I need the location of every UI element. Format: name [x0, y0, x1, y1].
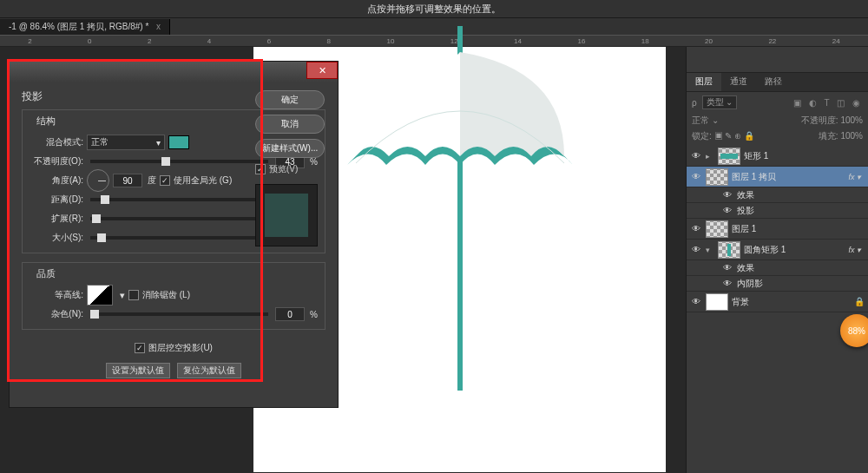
layer-effect-row[interactable]: 👁 投影: [687, 203, 868, 219]
close-icon[interactable]: x: [156, 22, 161, 31]
visibility-icon[interactable]: 👁: [690, 224, 702, 233]
layer-effect-row[interactable]: 👁 效果: [687, 187, 868, 203]
angle-dial[interactable]: [87, 169, 109, 192]
shadow-color-swatch[interactable]: [168, 135, 189, 149]
distance-label: 距离(D):: [30, 194, 83, 206]
layer-row[interactable]: 👁 ▾ 圆角矩形 1 fx ▾: [687, 240, 868, 260]
blend-mode-label: 混合模式:: [30, 136, 83, 148]
visibility-icon[interactable]: 👁: [690, 172, 702, 181]
dialog-close-button[interactable]: ✕: [306, 62, 338, 79]
tab-channels[interactable]: 通道: [721, 73, 756, 91]
opacity-label: 不透明度(O):: [30, 155, 83, 168]
layer-thumb[interactable]: [706, 168, 728, 186]
blend-mode-panel-select[interactable]: 正常 ⌄: [692, 115, 753, 127]
visibility-icon[interactable]: 👁: [721, 263, 733, 273]
visibility-icon[interactable]: 👁: [721, 206, 733, 215]
antialias-checkbox[interactable]: [128, 290, 139, 300]
contour-picker[interactable]: [87, 285, 113, 305]
distance-slider[interactable]: [90, 198, 259, 201]
angle-label: 角度(A):: [30, 174, 83, 187]
quality-group: 品质 等高线: ▾ 消除锯齿 (L) 杂色(N): %: [22, 262, 326, 330]
hint-bar: 点按并拖移可调整效果的位置。: [0, 0, 868, 17]
make-default-button[interactable]: 设置为默认值: [106, 363, 170, 378]
tab-layers[interactable]: 图层: [687, 73, 721, 91]
size-label: 大小(S):: [30, 232, 83, 244]
dialog-titlebar[interactable]: ✕: [10, 62, 338, 82]
cancel-button[interactable]: 取消: [255, 115, 325, 134]
fx-badge[interactable]: fx ▾: [848, 173, 861, 181]
layer-thumb[interactable]: [718, 148, 740, 165]
fx-badge[interactable]: fx ▾: [848, 246, 861, 254]
layer-thumb[interactable]: [718, 241, 740, 259]
reset-default-button[interactable]: 复位为默认值: [177, 363, 241, 378]
layer-effect-row[interactable]: 👁 效果: [687, 260, 868, 276]
layer-effect-row[interactable]: 👁 内阴影: [687, 276, 868, 292]
visibility-icon[interactable]: 👁: [690, 151, 702, 161]
size-slider[interactable]: [90, 236, 259, 240]
layer-thumb[interactable]: [706, 293, 728, 311]
angle-input[interactable]: [113, 174, 142, 187]
knockout-checkbox[interactable]: ✓: [135, 343, 145, 353]
layer-row[interactable]: 👁 图层 1 拷贝 fx ▾: [687, 167, 868, 187]
layer-row[interactable]: 👁 图层 1: [687, 219, 868, 240]
spread-label: 扩展(R):: [30, 213, 83, 225]
new-style-button[interactable]: 新建样式(W)...: [255, 139, 325, 158]
ok-button[interactable]: 确定: [255, 90, 325, 109]
layer-row[interactable]: 👁 背景 🔒: [687, 292, 868, 312]
global-light-checkbox[interactable]: ✓: [160, 175, 170, 186]
spread-slider[interactable]: [90, 217, 268, 220]
document-tab-title: -1 @ 86.4% (图层 1 拷贝, RGB/8#) *: [9, 22, 148, 31]
layer-list: 👁 ▸ 矩形 1 👁 图层 1 拷贝 fx ▾ 👁 效果 👁 投影 👁 图层 1…: [687, 144, 868, 312]
umbrella-artwork: [330, 17, 590, 417]
blend-mode-select[interactable]: 正常▾: [87, 135, 165, 150]
layer-row[interactable]: 👁 ▸ 矩形 1: [687, 146, 868, 167]
opacity-slider[interactable]: [90, 160, 268, 163]
panel-tabs: 图层 通道 路径: [687, 73, 868, 92]
lock-icon[interactable]: 🔒: [854, 297, 865, 306]
contour-label: 等高线:: [30, 289, 83, 301]
noise-slider[interactable]: [90, 312, 268, 316]
noise-input[interactable]: [275, 307, 305, 321]
noise-label: 杂色(N):: [30, 308, 83, 320]
visibility-icon[interactable]: 👁: [721, 279, 733, 288]
zoom-badge[interactable]: 88%: [840, 314, 868, 347]
right-sidebar: 图层 通道 路径 ρ 类型 ⌄ ▣ ◐ T ◫ ◉ 正常 ⌄ 不透明度: 100…: [686, 47, 868, 473]
visibility-icon[interactable]: 👁: [690, 245, 702, 254]
preview-thumbnail: [255, 184, 318, 246]
visibility-icon[interactable]: 👁: [721, 190, 733, 200]
filter-type-select[interactable]: 类型 ⌄: [702, 95, 738, 109]
filter-icons[interactable]: ▣ ◐ T ◫ ◉: [793, 98, 863, 108]
preview-checkbox[interactable]: ✓: [255, 164, 266, 174]
layer-thumb[interactable]: [706, 220, 728, 238]
document-tab[interactable]: -1 @ 86.4% (图层 1 拷贝, RGB/8#) * x: [0, 19, 170, 35]
tab-paths[interactable]: 路径: [756, 73, 791, 91]
visibility-icon[interactable]: 👁: [690, 297, 702, 306]
